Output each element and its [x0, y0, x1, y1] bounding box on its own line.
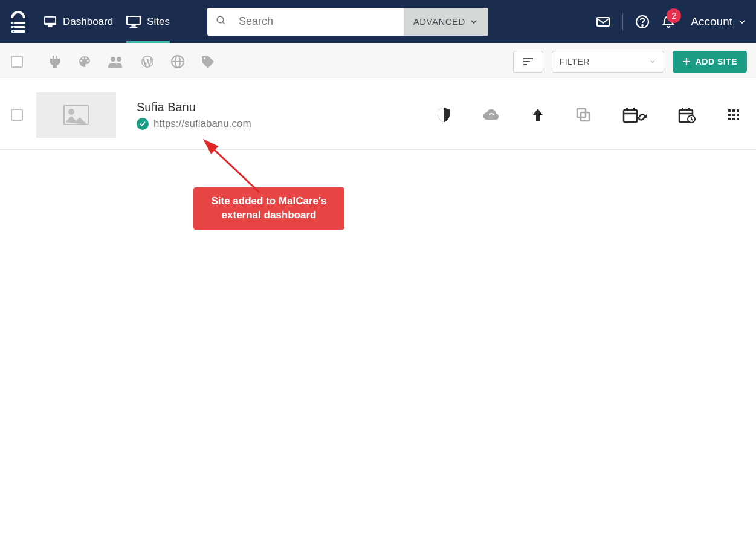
site-name: Sufia Banu [137, 100, 251, 114]
nav-sites-label: Sites [147, 16, 170, 28]
add-site-button[interactable]: ADD SITE [673, 51, 747, 73]
filter-dropdown[interactable]: FILTER [552, 51, 664, 73]
plus-icon [682, 57, 691, 66]
svg-rect-38 [728, 109, 731, 112]
svg-point-12 [217, 16, 224, 23]
svg-rect-9 [127, 16, 140, 24]
svg-rect-43 [737, 114, 739, 116]
site-info: Sufia Banu https://sufiabanu.com [137, 100, 251, 130]
security-icon[interactable] [436, 106, 451, 123]
svg-rect-42 [732, 114, 735, 116]
svg-rect-46 [737, 118, 739, 120]
chevron-down-icon [649, 58, 656, 65]
tag-icon[interactable] [201, 54, 215, 69]
account-label: Account [691, 15, 732, 28]
site-row[interactable]: Sufia Banu https://sufiabanu.com [0, 80, 756, 150]
svg-rect-10 [132, 25, 136, 26]
svg-point-17 [111, 57, 115, 62]
svg-rect-35 [688, 108, 690, 111]
svg-rect-29 [624, 110, 637, 122]
verified-icon [137, 118, 149, 130]
svg-point-3 [12, 22, 13, 23]
add-site-label: ADD SITE [696, 57, 737, 66]
site-checkbox[interactable] [11, 109, 23, 121]
apps-grid-icon[interactable] [728, 109, 740, 121]
svg-point-5 [12, 30, 13, 31]
account-menu[interactable]: Account [691, 15, 747, 28]
monitor-icon [126, 16, 141, 28]
svg-rect-8 [48, 25, 52, 27]
search-input[interactable] [230, 8, 404, 36]
arrow-icon [199, 135, 266, 150]
sync-schedule-icon[interactable] [622, 106, 647, 123]
chevron-down-icon [737, 17, 747, 27]
svg-point-4 [12, 26, 13, 27]
svg-point-26 [69, 109, 74, 114]
themes-icon[interactable] [77, 54, 92, 69]
svg-rect-7 [45, 22, 56, 24]
sort-button[interactable] [513, 51, 543, 73]
nav-dashboard[interactable]: Dashboard [44, 0, 113, 43]
svg-line-13 [222, 22, 225, 24]
svg-rect-44 [728, 118, 731, 120]
svg-rect-41 [728, 114, 731, 116]
svg-point-16 [642, 25, 644, 26]
svg-rect-11 [130, 27, 138, 28]
nav-sites[interactable]: Sites [126, 0, 170, 43]
header-right-group: 2 Account [596, 13, 747, 30]
site-actions [436, 106, 747, 123]
help-icon[interactable] [635, 15, 650, 29]
mail-icon[interactable] [596, 16, 610, 28]
wordpress-icon[interactable] [140, 54, 155, 69]
backup-cloud-icon[interactable] [482, 108, 500, 121]
dashboard-icon [44, 16, 57, 28]
nav-dashboard-label: Dashboard [63, 16, 113, 28]
svg-rect-34 [682, 108, 683, 111]
copy-icon[interactable] [575, 107, 591, 123]
schedule-icon[interactable] [678, 106, 696, 123]
toolbar: FILTER ADD SITE [0, 43, 756, 80]
plugins-icon[interactable] [48, 54, 62, 69]
svg-rect-31 [633, 108, 635, 111]
svg-line-47 [204, 140, 260, 150]
svg-point-18 [117, 57, 121, 62]
users-icon[interactable] [108, 54, 124, 69]
site-thumbnail[interactable] [36, 92, 116, 138]
site-url[interactable]: https://sufiabanu.com [153, 118, 251, 130]
svg-rect-14 [597, 18, 609, 26]
divider [622, 13, 623, 30]
svg-rect-30 [626, 108, 628, 111]
search-icon [216, 15, 227, 28]
filter-label: FILTER [560, 57, 590, 66]
search-bar: ADVANCED [207, 8, 488, 36]
notifications-badge: 2 [667, 8, 681, 23]
upload-icon[interactable] [532, 108, 544, 122]
svg-rect-45 [732, 118, 735, 120]
notifications-icon[interactable]: 2 [662, 15, 675, 29]
image-placeholder-icon [63, 104, 89, 126]
svg-rect-39 [732, 109, 735, 112]
top-header: Dashboard Sites ADVANCED 2 [0, 0, 756, 43]
svg-rect-40 [737, 109, 739, 112]
advanced-search-button[interactable]: ADVANCED [404, 8, 488, 36]
globe-icon[interactable] [170, 54, 185, 69]
app-logo[interactable] [7, 10, 28, 34]
select-all-checkbox[interactable] [11, 56, 23, 68]
advanced-label: ADVANCED [413, 16, 465, 27]
chevron-down-icon [469, 17, 479, 27]
